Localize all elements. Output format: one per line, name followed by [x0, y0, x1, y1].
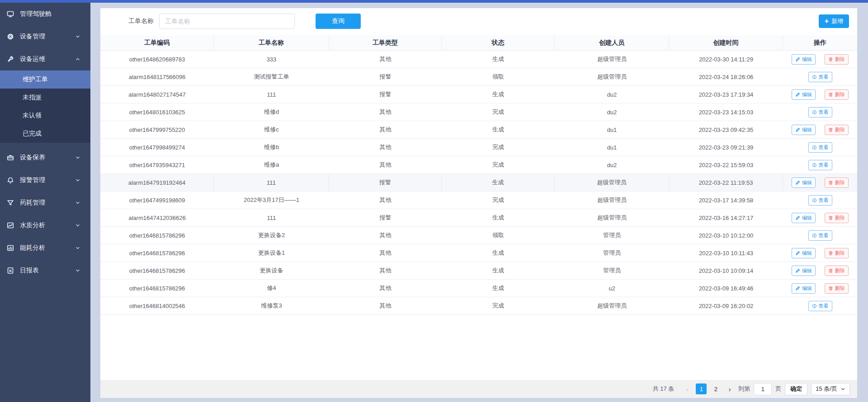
sidebar-item-5[interactable]: 药耗管理 [0, 192, 90, 214]
edit-button[interactable]: 编辑 [792, 89, 816, 100]
table-row: other1647999755220维修c其他生成du12022-03-23 0… [100, 121, 857, 139]
table-row: other1648620689783333其他生成超级管理员2022-03-30… [100, 51, 857, 68]
cell-creator: 超级管理员 [555, 209, 669, 226]
bar-chart-icon [7, 244, 14, 252]
prev-page-button[interactable]: ‹ [682, 383, 692, 394]
view-button-label: 查看 [819, 197, 829, 204]
page-unit-label: 页 [775, 385, 781, 393]
edit-button-label: 编辑 [802, 179, 812, 186]
sidebar-submenu: 维护工单未指派未认领已完成 [0, 70, 90, 143]
info-icon [812, 110, 817, 115]
work-order-table: 工单编码工单名称工单类型状态创建人员创建时间操作 other1648620689… [100, 35, 857, 380]
cell-name: 111 [214, 174, 329, 191]
sidebar-item-1[interactable]: 设备管理 [0, 25, 90, 48]
monitor-icon [7, 10, 14, 18]
view-button[interactable]: 查看 [808, 195, 832, 206]
edit-button[interactable]: 编辑 [792, 248, 816, 258]
edit-button[interactable]: 编辑 [792, 54, 816, 65]
cell-type: 其他 [329, 280, 442, 297]
cell-code: other1647998499274 [100, 139, 214, 156]
delete-button[interactable]: 删除 [825, 266, 849, 276]
sidebar-item-6[interactable]: 水质分析 [0, 214, 90, 237]
sidebar-item-0[interactable]: 管理驾驶舱 [0, 3, 90, 25]
cell-actions: 查看 [783, 192, 857, 209]
sidebar-subitem-3[interactable]: 已完成 [0, 125, 90, 143]
cell-creator: du2 [555, 156, 669, 173]
cell-type: 其他 [329, 192, 442, 209]
cell-type: 报警 [329, 174, 442, 191]
cell-code: alarm1648027174547 [100, 86, 214, 103]
page-size-label: 15 条/页 [816, 385, 837, 393]
sidebar-item-4[interactable]: 报警管理 [0, 169, 90, 192]
delete-button[interactable]: 删除 [825, 125, 849, 135]
edit-button[interactable]: 编辑 [792, 283, 816, 294]
table-body: other1648620689783333其他生成超级管理员2022-03-30… [100, 51, 857, 315]
delete-button[interactable]: 删除 [825, 178, 849, 188]
cell-status: 生成 [442, 174, 555, 191]
delete-button-label: 删除 [835, 250, 845, 257]
edit-button[interactable]: 编辑 [792, 125, 816, 135]
report-icon [7, 267, 14, 274]
info-icon [812, 145, 817, 150]
cell-actions: 编辑删除 [783, 51, 857, 68]
view-button[interactable]: 查看 [808, 107, 832, 117]
sidebar-subitem-1[interactable]: 未指派 [0, 89, 90, 107]
column-header-5: 创建时间 [669, 35, 783, 50]
cell-code: other1647935943271 [100, 156, 214, 173]
sidebar-item-2[interactable]: 设备运维 [0, 48, 90, 70]
view-button[interactable]: 查看 [808, 142, 832, 153]
edit-button[interactable]: 编辑 [792, 213, 816, 223]
cell-created: 2022-03-23 17:19:34 [669, 86, 783, 103]
cell-actions: 编辑删除 [783, 244, 857, 262]
sidebar-subitem-2[interactable]: 未认领 [0, 107, 90, 125]
delete-button[interactable]: 删除 [825, 213, 849, 223]
view-button[interactable]: 查看 [808, 72, 832, 82]
table-row: other1646814002546维修泵3其他完成超级管理员2022-03-0… [100, 297, 857, 315]
briefcase-icon [7, 154, 14, 161]
cell-type: 其他 [329, 103, 442, 121]
sidebar-item-3[interactable]: 设备保养 [0, 146, 90, 169]
page-number-1[interactable]: 1 [696, 383, 707, 394]
cell-name: 维修c [214, 121, 329, 138]
table-row: alarm1647919192464111报警生成超级管理员2022-03-22… [100, 174, 857, 192]
cell-type: 其他 [329, 139, 442, 156]
next-page-button[interactable]: › [725, 383, 735, 394]
cell-created: 2022-03-23 09:21:39 [669, 139, 783, 156]
view-button[interactable]: 查看 [808, 230, 832, 241]
delete-button-label: 删除 [835, 285, 845, 292]
confirm-button[interactable]: 确定 [785, 383, 807, 395]
table-header-row: 工单编码工单名称工单类型状态创建人员创建时间操作 [100, 35, 857, 51]
view-button[interactable]: 查看 [808, 301, 832, 311]
delete-button[interactable]: 删除 [825, 89, 849, 100]
view-button[interactable]: 查看 [808, 160, 832, 170]
sidebar-item-8[interactable]: 日报表 [0, 259, 90, 282]
delete-button[interactable]: 删除 [825, 54, 849, 65]
cell-type: 其他 [329, 227, 442, 244]
add-button[interactable]: + 新增 [819, 14, 849, 28]
cell-status: 完成 [442, 139, 555, 156]
cell-name: 更换设备1 [214, 244, 329, 262]
cell-code: other1648620689783 [100, 51, 214, 68]
wrench-icon [7, 56, 14, 63]
trash-icon [828, 180, 833, 185]
delete-button[interactable]: 删除 [825, 283, 849, 294]
page-size-select[interactable]: 15 条/页 [811, 383, 850, 395]
chevron-down-icon [75, 268, 80, 273]
delete-button-label: 删除 [835, 215, 845, 221]
query-button[interactable]: 查询 [316, 14, 361, 29]
edit-button[interactable]: 编辑 [792, 178, 816, 188]
table-footer: 共 17 条‹12›到第页确定15 条/页 [100, 380, 857, 398]
cell-creator: 超级管理员 [555, 192, 669, 209]
goto-page-input[interactable] [754, 383, 772, 395]
info-icon [812, 304, 817, 309]
page-number-2[interactable]: 2 [710, 383, 721, 394]
cell-code: other1647499198609 [100, 192, 214, 209]
info-icon [812, 233, 817, 238]
sidebar-item-7[interactable]: 能耗分析 [0, 237, 90, 259]
gear-icon [7, 33, 14, 40]
edit-button[interactable]: 编辑 [792, 266, 816, 276]
sidebar-subitem-0[interactable]: 维护工单 [0, 70, 90, 89]
search-input[interactable] [159, 14, 295, 29]
delete-button[interactable]: 删除 [825, 248, 849, 258]
cell-name: 333 [214, 51, 329, 68]
